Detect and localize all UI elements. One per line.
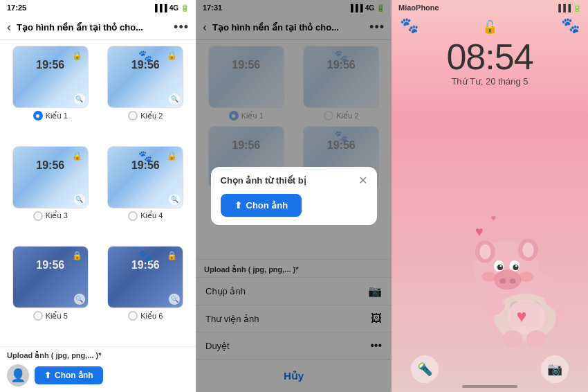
svg-point-10 [497,265,503,270]
radio-label-6: Kiểu 6 [128,311,163,321]
style-item-5[interactable]: 🔒 19:56 🔍 Kiểu 5 [6,246,95,341]
back-arrow-1[interactable]: ‹ [7,20,11,35]
svg-point-12 [500,265,502,267]
radio-2 [128,111,138,121]
time-thumb-2: 19:56 [131,59,160,71]
camera-icon-lockscreen: 📷 [547,362,562,377]
battery-icon-1: 🔋 [181,4,189,12]
thumb-2: 🔒 19:56 🔍 [107,46,183,108]
flashlight-icon: 🔦 [417,362,432,377]
lock-icon-top: 🔓 [482,19,497,35]
panel-3: MiaoPhone ▐▐▐ 🔋 🐾 🔓 🐾 08:54 Thứ Tư, 20 t… [392,0,588,392]
search-icon-3: 🔍 [74,194,85,205]
thumb-5: 🔒 19:56 🔍 [12,246,89,308]
modal-chon-anh-button[interactable]: ⬆ Chon ảnh [221,194,302,217]
style-label-3: Kiểu 3 [46,211,68,220]
upload-icon-1: ⬆ [44,371,51,380]
p3-top-icons: 🐾 🔓 🐾 [392,15,588,36]
thumb-3: 🔒 19:56 🔍 [12,146,89,208]
modal-title: Chọn ảnh từ thiết bị [221,175,306,186]
time-thumb-3: 19:56 [36,159,64,172]
status-icons-1: ▐▐▐ 4G 🔋 [152,4,189,12]
modal-close-button[interactable]: ✕ [358,174,367,187]
panel-1: 17:25 ▐▐▐ 4G 🔋 ‹ Tạo hình nền ẩn tại thỏ… [0,0,196,392]
paw-icon-right: 🐾 [561,17,580,35]
more-btn-1[interactable]: ••• [174,20,189,35]
style-item-1[interactable]: 🔒 19:56 🔍 Kiểu 1 [6,46,95,141]
svg-point-7 [522,242,533,258]
search-icon-4: 🔍 [169,194,180,205]
svg-point-15 [499,278,506,283]
home-indicator [462,385,517,388]
style-item-3[interactable]: 🔒 19:56 🔍 Kiểu 3 [6,146,95,241]
search-icon-5: 🔍 [74,294,85,305]
svg-point-18 [519,271,534,281]
radio-label-2: Kiểu 2 [128,111,163,121]
chon-anh-button-1[interactable]: ⬆ Chon ảnh [35,366,103,384]
lock-3: 🔒 [72,151,82,161]
nav-bar-1: ‹ Tạo hình nền ẩn tại thỏ cho... ••• [0,15,196,40]
svg-point-17 [481,271,497,281]
pig-svg: ♥ ♥ [457,184,581,350]
radio-label-1: Kiểu 1 [33,111,68,121]
svg-text:♥: ♥ [491,213,496,223]
panel-2: 17:31 ▐▐▐ 4G 🔋 ‹ Tạo hình nền ẩn tại thỏ… [196,0,392,392]
p3-status-bar: MiaoPhone ▐▐▐ 🔋 [392,0,588,15]
camera-button-lockscreen[interactable]: 📷 [541,355,569,383]
style-item-4[interactable]: 🔒 19:56 🔍 Kiểu 4 [101,146,191,241]
lock-1: 🔒 [72,51,82,60]
thumb-1: 🔒 19:56 🔍 [12,46,89,108]
lock-4: 🔒 [167,151,177,161]
p3-battery: 🔋 [573,4,581,12]
time-thumb-5: 19:56 [36,259,64,271]
p3-clock: 08:54 [392,39,588,75]
time-thumb-4: 19:56 [131,159,160,172]
modal-chon-anh-label: Chon ảnh [246,200,288,211]
flashlight-button[interactable]: 🔦 [411,355,439,383]
thumb-4: 🔒 19:56 🔍 [107,146,183,208]
radio-label-5: Kiểu 5 [33,311,68,321]
svg-text:♥: ♥ [516,306,526,326]
lock-6: 🔒 [167,251,177,260]
style-item-6[interactable]: 🔒 19:56 🔍 Kiểu 6 [101,246,191,341]
p3-signal: ▐▐▐ [556,4,571,12]
p3-date: Thứ Tư, 20 tháng 5 [392,76,588,87]
style-item-2[interactable]: 🔒 19:56 🔍 Kiểu 2 [101,46,191,141]
paw-icon-left: 🐾 [400,17,419,35]
svg-point-11 [513,265,518,270]
time-thumb-6: 19:56 [131,259,160,271]
svg-text:♥: ♥ [475,224,484,239]
modal-header: Chọn ảnh từ thiết bị ✕ [211,167,377,194]
radio-label-3: Kiểu 3 [33,211,68,221]
svg-point-25 [503,330,523,348]
signal-icon-1: ▐▐▐ [152,4,167,12]
avatar-1: 👤 [7,364,29,386]
thumb-6: 🔒 19:56 🔍 [107,246,183,308]
radio-6 [128,311,138,321]
style-label-5: Kiểu 5 [46,312,68,321]
nav-title-1: Tạo hình nền ẩn tại thỏ cho... [17,22,168,33]
lock-2: 🔒 [167,51,177,60]
radio-4 [128,211,138,221]
svg-point-26 [526,330,546,348]
upload-section-1: Upload ảnh ( jpg, png,... )* 👤 ⬆ Chon ản… [0,346,196,392]
upload-row-1: 👤 ⬆ Chon ảnh [7,364,189,386]
svg-point-16 [510,278,516,283]
chon-anh-label-1: Chon ảnh [55,371,93,380]
radio-label-4: Kiểu 4 [128,211,163,221]
status-bar-1: 17:25 ▐▐▐ 4G 🔋 [0,0,196,15]
time-thumb-1: 19:56 [36,59,64,71]
modal-upload-icon: ⬆ [235,200,242,211]
svg-point-6 [479,244,490,260]
style-label-6: Kiểu 6 [140,312,163,321]
modal-box: Chọn ảnh từ thiết bị ✕ ⬆ Chon ảnh [211,167,377,225]
radio-5 [33,311,43,321]
search-icon-1: 🔍 [74,93,85,105]
svg-point-14 [494,270,522,290]
style-label-1: Kiểu 1 [46,112,68,121]
modal-btn-row: ⬆ Chon ảnh [211,194,377,225]
pig-illustration: ♥ ♥ [450,170,588,350]
svg-point-13 [515,265,517,267]
style-label-2: Kiểu 2 [140,112,163,121]
network-1: 4G [169,4,178,12]
